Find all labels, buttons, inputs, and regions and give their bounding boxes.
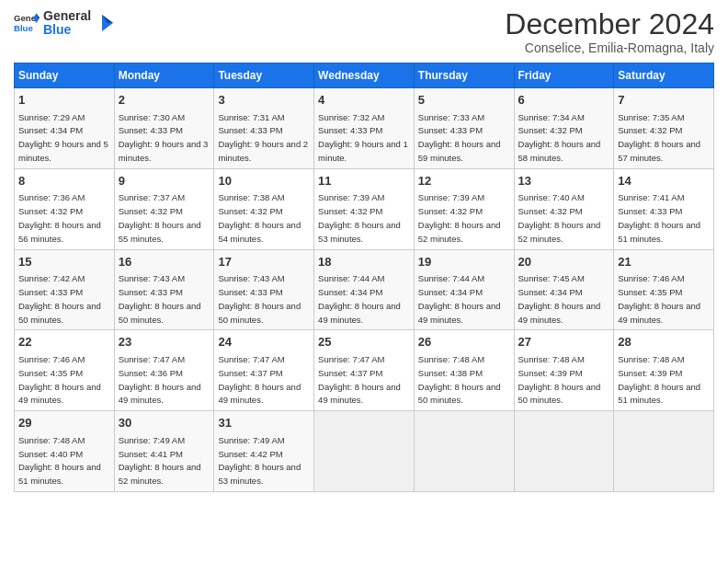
day-number: 19	[418, 254, 510, 270]
calendar-day-cell: 28 Sunrise: 7:48 AMSunset: 4:39 PMDaylig…	[614, 330, 714, 411]
day-info: Sunrise: 7:31 AMSunset: 4:33 PMDaylight:…	[218, 112, 308, 163]
day-number: 10	[218, 173, 310, 190]
day-number: 2	[119, 92, 210, 109]
day-info: Sunrise: 7:40 AMSunset: 4:32 PMDaylight:…	[518, 192, 601, 243]
day-number: 8	[18, 173, 110, 190]
day-number: 12	[418, 173, 510, 190]
location-title: Conselice, Emilia-Romagna, Italy	[505, 40, 714, 55]
day-info: Sunrise: 7:47 AMSunset: 4:36 PMDaylight:…	[119, 354, 201, 405]
calendar-day-cell: 24 Sunrise: 7:47 AMSunset: 4:37 PMDaylig…	[214, 330, 314, 411]
calendar-day-cell: 3 Sunrise: 7:31 AMSunset: 4:33 PMDayligh…	[214, 88, 314, 169]
calendar-day-cell: 15 Sunrise: 7:42 AMSunset: 4:33 PMDaylig…	[15, 249, 115, 330]
col-sunday: Sunday	[15, 63, 115, 88]
day-number: 28	[618, 334, 710, 350]
day-info: Sunrise: 7:29 AMSunset: 4:34 PMDaylight:…	[18, 112, 108, 163]
col-tuesday: Tuesday	[214, 63, 314, 88]
logo-blue: Blue	[43, 23, 91, 37]
calendar-day-cell: 16 Sunrise: 7:43 AMSunset: 4:33 PMDaylig…	[114, 249, 214, 330]
col-thursday: Thursday	[414, 63, 514, 88]
day-info: Sunrise: 7:46 AMSunset: 4:35 PMDaylight:…	[18, 354, 101, 405]
day-info: Sunrise: 7:49 AMSunset: 4:41 PMDaylight:…	[119, 435, 201, 486]
calendar-day-cell: 7 Sunrise: 7:35 AMSunset: 4:32 PMDayligh…	[614, 88, 714, 169]
day-number: 11	[318, 173, 410, 190]
day-number: 3	[218, 92, 310, 109]
day-info: Sunrise: 7:48 AMSunset: 4:40 PMDaylight:…	[18, 435, 101, 486]
day-info: Sunrise: 7:38 AMSunset: 4:32 PMDaylight:…	[218, 192, 301, 243]
day-info: Sunrise: 7:44 AMSunset: 4:34 PMDaylight:…	[418, 273, 501, 324]
day-number: 22	[18, 334, 110, 350]
day-number: 9	[119, 173, 210, 190]
logo: General Blue General Blue	[14, 9, 115, 38]
day-info: Sunrise: 7:34 AMSunset: 4:32 PMDaylight:…	[518, 112, 601, 163]
calendar-day-cell: 27 Sunrise: 7:48 AMSunset: 4:39 PMDaylig…	[514, 330, 614, 411]
day-number: 15	[18, 254, 110, 270]
calendar-day-cell: 19 Sunrise: 7:44 AMSunset: 4:34 PMDaylig…	[414, 249, 514, 330]
day-info: Sunrise: 7:47 AMSunset: 4:37 PMDaylight:…	[218, 354, 301, 405]
day-number: 31	[218, 415, 310, 431]
calendar-week-row: 8 Sunrise: 7:36 AMSunset: 4:32 PMDayligh…	[15, 168, 714, 249]
calendar-day-cell: 22 Sunrise: 7:46 AMSunset: 4:35 PMDaylig…	[15, 330, 115, 411]
calendar-day-cell: 17 Sunrise: 7:43 AMSunset: 4:33 PMDaylig…	[214, 249, 314, 330]
calendar-day-cell: 13 Sunrise: 7:40 AMSunset: 4:32 PMDaylig…	[514, 168, 614, 249]
calendar-day-cell: 2 Sunrise: 7:30 AMSunset: 4:33 PMDayligh…	[114, 88, 214, 169]
calendar-day-cell: 26 Sunrise: 7:48 AMSunset: 4:38 PMDaylig…	[414, 330, 514, 411]
day-info: Sunrise: 7:36 AMSunset: 4:32 PMDaylight:…	[18, 192, 101, 243]
day-number: 25	[318, 334, 410, 350]
calendar-day-cell: 23 Sunrise: 7:47 AMSunset: 4:36 PMDaylig…	[114, 330, 214, 411]
calendar-day-cell: 5 Sunrise: 7:33 AMSunset: 4:33 PMDayligh…	[414, 88, 514, 169]
calendar-week-row: 22 Sunrise: 7:46 AMSunset: 4:35 PMDaylig…	[15, 330, 714, 411]
day-info: Sunrise: 7:37 AMSunset: 4:32 PMDaylight:…	[119, 192, 201, 243]
day-number: 18	[318, 254, 410, 270]
calendar-day-cell: 25 Sunrise: 7:47 AMSunset: 4:37 PMDaylig…	[314, 330, 415, 411]
calendar-day-cell: 1 Sunrise: 7:29 AMSunset: 4:34 PMDayligh…	[15, 88, 115, 169]
day-number: 14	[618, 173, 710, 190]
day-number: 21	[618, 254, 710, 270]
day-number: 4	[318, 92, 410, 109]
day-info: Sunrise: 7:49 AMSunset: 4:42 PMDaylight:…	[218, 435, 301, 486]
col-friday: Friday	[514, 63, 614, 88]
calendar-day-cell: 30 Sunrise: 7:49 AMSunset: 4:41 PMDaylig…	[114, 411, 214, 492]
month-title: December 2024	[505, 9, 714, 39]
day-info: Sunrise: 7:33 AMSunset: 4:33 PMDaylight:…	[418, 112, 501, 163]
logo-icon: General Blue	[14, 10, 40, 36]
day-info: Sunrise: 7:43 AMSunset: 4:33 PMDaylight:…	[119, 273, 201, 324]
calendar-day-cell: 12 Sunrise: 7:39 AMSunset: 4:32 PMDaylig…	[414, 168, 514, 249]
calendar-day-cell: 9 Sunrise: 7:37 AMSunset: 4:32 PMDayligh…	[114, 168, 214, 249]
calendar-day-cell	[414, 411, 514, 492]
header-row: Sunday Monday Tuesday Wednesday Thursday…	[15, 63, 714, 88]
day-number: 6	[518, 92, 610, 109]
day-info: Sunrise: 7:41 AMSunset: 4:33 PMDaylight:…	[618, 192, 700, 243]
calendar-day-cell: 11 Sunrise: 7:39 AMSunset: 4:32 PMDaylig…	[314, 168, 415, 249]
day-number: 13	[518, 173, 610, 190]
calendar-week-row: 29 Sunrise: 7:48 AMSunset: 4:40 PMDaylig…	[15, 411, 714, 492]
day-number: 1	[18, 92, 110, 109]
title-section: December 2024 Conselice, Emilia-Romagna,…	[505, 9, 714, 55]
calendar-day-cell: 6 Sunrise: 7:34 AMSunset: 4:32 PMDayligh…	[514, 88, 614, 169]
calendar-day-cell: 18 Sunrise: 7:44 AMSunset: 4:34 PMDaylig…	[314, 249, 415, 330]
calendar-header: Sunday Monday Tuesday Wednesday Thursday…	[15, 63, 714, 88]
calendar-day-cell: 14 Sunrise: 7:41 AMSunset: 4:33 PMDaylig…	[614, 168, 714, 249]
day-info: Sunrise: 7:43 AMSunset: 4:33 PMDaylight:…	[218, 273, 301, 324]
calendar-week-row: 15 Sunrise: 7:42 AMSunset: 4:33 PMDaylig…	[15, 249, 714, 330]
day-number: 24	[218, 334, 310, 350]
calendar-day-cell: 4 Sunrise: 7:32 AMSunset: 4:33 PMDayligh…	[314, 88, 415, 169]
svg-text:Blue: Blue	[14, 23, 33, 33]
calendar-day-cell: 29 Sunrise: 7:48 AMSunset: 4:40 PMDaylig…	[15, 411, 115, 492]
day-number: 26	[418, 334, 510, 350]
day-info: Sunrise: 7:35 AMSunset: 4:32 PMDaylight:…	[618, 112, 700, 163]
col-monday: Monday	[114, 63, 214, 88]
day-info: Sunrise: 7:39 AMSunset: 4:32 PMDaylight:…	[418, 192, 501, 243]
day-info: Sunrise: 7:44 AMSunset: 4:34 PMDaylight:…	[318, 273, 401, 324]
day-number: 16	[119, 254, 210, 270]
day-number: 5	[418, 92, 510, 109]
calendar-day-cell: 8 Sunrise: 7:36 AMSunset: 4:32 PMDayligh…	[15, 168, 115, 249]
day-number: 7	[618, 92, 710, 109]
day-number: 17	[218, 254, 310, 270]
calendar-day-cell: 31 Sunrise: 7:49 AMSunset: 4:42 PMDaylig…	[214, 411, 314, 492]
logo-general: General	[43, 9, 91, 23]
day-number: 29	[18, 415, 110, 431]
header: General Blue General Blue December 2024 …	[14, 9, 714, 55]
day-info: Sunrise: 7:47 AMSunset: 4:37 PMDaylight:…	[318, 354, 401, 405]
calendar-body: 1 Sunrise: 7:29 AMSunset: 4:34 PMDayligh…	[15, 88, 714, 492]
calendar-table: Sunday Monday Tuesday Wednesday Thursday…	[14, 63, 714, 492]
